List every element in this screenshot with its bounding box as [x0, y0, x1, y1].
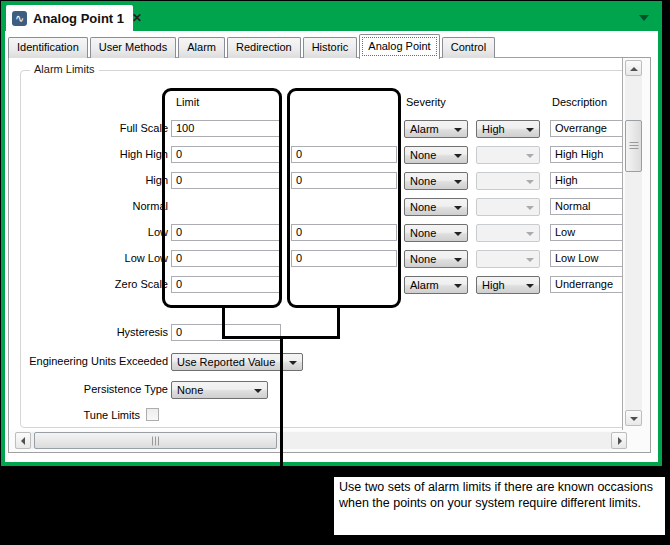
- tab-identification[interactable]: Identification: [8, 37, 88, 58]
- severity-combo[interactable]: None: [404, 250, 468, 268]
- scroll-down-button[interactable]: [625, 410, 642, 426]
- chevron-down-icon: [289, 361, 297, 365]
- row-label: Zero Scale: [9, 278, 168, 290]
- severity-value: Alarm: [410, 123, 439, 135]
- chevron-down-icon: [526, 232, 534, 236]
- row-tune-limits: Tune Limits: [9, 407, 623, 424]
- chevron-down-icon: [454, 284, 462, 288]
- severity-combo[interactable]: None: [404, 146, 468, 164]
- tab-analog-point[interactable]: Analog Point: [359, 34, 439, 59]
- chevron-down-icon: [526, 154, 534, 158]
- severity2-combo-disabled: [476, 198, 540, 216]
- chevron-down-icon: [526, 180, 534, 184]
- row-label: High High: [9, 148, 168, 160]
- vertical-scrollbar[interactable]: [625, 60, 642, 426]
- severity-value: None: [410, 253, 436, 265]
- severity-value: None: [410, 175, 436, 187]
- close-icon[interactable]: ✕: [132, 11, 142, 25]
- analog-point-tab-page: Alarm Limits Limit Severity Description …: [8, 57, 651, 453]
- analog-point-icon: ∿: [12, 11, 27, 26]
- tab-user-methods[interactable]: User Methods: [90, 37, 176, 58]
- scroll-grip: [629, 142, 638, 150]
- document-tab[interactable]: ∿ Analog Point 1 ✕: [6, 5, 133, 31]
- tune-limits-label: Tune Limits: [9, 409, 140, 421]
- scroll-left-button[interactable]: [15, 432, 31, 449]
- tab-historic[interactable]: Historic: [303, 37, 358, 58]
- chevron-down-icon: [254, 389, 262, 393]
- chevron-down-icon: [454, 206, 462, 210]
- persistence-type-combo[interactable]: None: [171, 381, 268, 399]
- persistence-type-value: None: [177, 384, 203, 396]
- row-label: High: [9, 174, 168, 186]
- severity-value: None: [410, 149, 436, 161]
- row-engineering-units: Engineering Units Exceeded Use Reported …: [9, 353, 623, 370]
- row-label: Normal: [9, 200, 168, 212]
- description-input[interactable]: High High: [550, 146, 623, 163]
- severity-combo[interactable]: None: [404, 224, 468, 242]
- severity-combo[interactable]: Alarm: [404, 120, 468, 138]
- engineering-units-value: Use Reported Value: [177, 356, 275, 368]
- triangle-right-icon: [618, 437, 622, 445]
- triangle-up-icon: [630, 67, 638, 71]
- severity-combo[interactable]: None: [404, 172, 468, 190]
- chevron-down-icon: [526, 284, 534, 288]
- severity-value: Alarm: [410, 279, 439, 291]
- tab-strip: Identification User Methods Alarm Redire…: [8, 33, 497, 58]
- description-input[interactable]: Low Low: [550, 250, 623, 267]
- callout-note: Use two sets of alarm limits if there ar…: [334, 477, 665, 535]
- severity2-combo-disabled: [476, 172, 540, 190]
- triangle-left-icon: [21, 437, 25, 445]
- severity-value: None: [410, 201, 436, 213]
- tab-control[interactable]: Control: [442, 37, 495, 58]
- horizontal-scroll-thumb[interactable]: [34, 432, 277, 449]
- chevron-down-icon: [454, 180, 462, 184]
- chevron-down-icon: [526, 128, 534, 132]
- severity2-combo[interactable]: High: [476, 276, 540, 294]
- severity-column-header: Severity: [406, 96, 446, 108]
- severity-value: None: [410, 227, 436, 239]
- severity2-combo-disabled: [476, 250, 540, 268]
- tab-alarm[interactable]: Alarm: [178, 37, 225, 58]
- chevron-down-icon: [454, 258, 462, 262]
- engineering-units-label: Engineering Units Exceeded: [9, 355, 168, 367]
- annotation-rect-limit-set2: [287, 88, 401, 308]
- severity2-value: High: [482, 279, 505, 291]
- hysteresis-input[interactable]: 0: [171, 324, 281, 341]
- persistence-type-label: Persistence Type: [9, 383, 168, 395]
- tab-redirection[interactable]: Redirection: [227, 37, 301, 58]
- alarm-limits-group-title: Alarm Limits: [30, 63, 99, 75]
- chevron-down-icon: [454, 154, 462, 158]
- triangle-down-icon: [630, 417, 638, 421]
- tune-limits-checkbox[interactable]: [146, 408, 159, 421]
- description-input[interactable]: Overrange: [550, 120, 623, 137]
- dialog-content: Identification User Methods Alarm Redire…: [5, 31, 658, 458]
- severity2-combo[interactable]: High: [476, 120, 540, 138]
- row-label: Low: [9, 226, 168, 238]
- description-column-header: Description: [552, 96, 607, 108]
- row-hysteresis: Hysteresis 0: [9, 324, 623, 341]
- analog-point-window: ∿ Analog Point 1 ✕ Identification User M…: [1, 1, 662, 466]
- chevron-down-icon: [454, 232, 462, 236]
- severity2-combo-disabled: [476, 146, 540, 164]
- engineering-units-combo[interactable]: Use Reported Value: [171, 353, 303, 371]
- description-input[interactable]: Normal: [550, 198, 623, 215]
- chevron-down-icon: [526, 206, 534, 210]
- row-persistence-type: Persistence Type None: [9, 381, 623, 398]
- description-input[interactable]: Low: [550, 224, 623, 241]
- scroll-up-button[interactable]: [625, 60, 642, 76]
- horizontal-scrollbar[interactable]: [15, 432, 627, 449]
- window-titlebar: ∿ Analog Point 1 ✕: [5, 5, 658, 31]
- scroll-right-button[interactable]: [611, 432, 627, 449]
- tab-list-dropdown-icon[interactable]: [639, 15, 649, 21]
- severity2-combo-disabled: [476, 224, 540, 242]
- vertical-scroll-thumb[interactable]: [625, 120, 642, 172]
- severity-combo[interactable]: None: [404, 198, 468, 216]
- severity-combo[interactable]: Alarm: [404, 276, 468, 294]
- annotation-rect-limit-set1: [162, 88, 282, 308]
- row-label: Full Scale: [9, 122, 168, 134]
- chevron-down-icon: [454, 128, 462, 132]
- document-title: Analog Point 1: [33, 11, 124, 26]
- hysteresis-label: Hysteresis: [9, 326, 168, 338]
- description-input[interactable]: High: [550, 172, 623, 189]
- description-input[interactable]: Underrange: [550, 276, 623, 293]
